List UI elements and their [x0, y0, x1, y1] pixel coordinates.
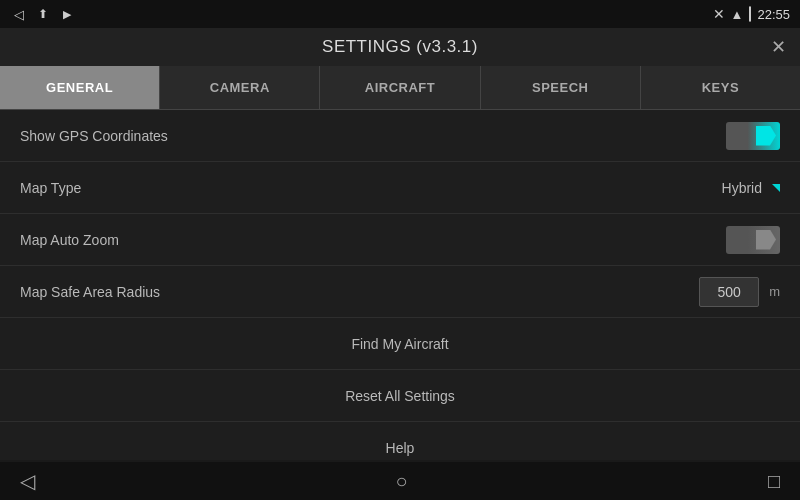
map-safe-area-control: m — [699, 277, 780, 307]
title-bar: SETTINGS (v3.3.1) ✕ — [0, 28, 800, 66]
recent-apps-nav-button[interactable]: □ — [768, 470, 780, 493]
upload-icon: ⬆ — [34, 7, 52, 21]
tab-keys[interactable]: KEYS — [641, 66, 800, 109]
wifi-icon: ▲ — [731, 7, 744, 22]
status-bar: ◁ ⬆ ▶ ✕ ▲ 22:55 — [0, 0, 800, 28]
page-title: SETTINGS (v3.3.1) — [322, 37, 478, 57]
tab-general[interactable]: GENERAL — [0, 66, 160, 109]
tab-bar: GENERAL CAMERA AIRCRAFT SPEECH KEYS — [0, 66, 800, 110]
cross-icon: ✕ — [713, 6, 725, 22]
map-type-label: Map Type — [20, 180, 81, 196]
map-type-value: Hybrid — [722, 180, 762, 196]
reset-all-settings-button[interactable]: Reset All Settings — [0, 370, 800, 422]
map-safe-area-unit: m — [769, 284, 780, 299]
map-safe-area-label: Map Safe Area Radius — [20, 284, 160, 300]
bottom-nav-bar: ◁ ○ □ — [0, 462, 800, 500]
map-auto-zoom-label: Map Auto Zoom — [20, 232, 119, 248]
tab-camera[interactable]: CAMERA — [160, 66, 320, 109]
time-display: 22:55 — [757, 7, 790, 22]
map-auto-zoom-toggle[interactable] — [726, 226, 780, 254]
battery-icon — [749, 7, 751, 21]
map-safe-area-row: Map Safe Area Radius m — [0, 266, 800, 318]
show-gps-row: Show GPS Coordinates — [0, 110, 800, 162]
tab-speech[interactable]: SPEECH — [481, 66, 641, 109]
tab-aircraft[interactable]: AIRCRAFT — [320, 66, 480, 109]
back-arrow-status-icon: ◁ — [10, 7, 28, 21]
home-nav-button[interactable]: ○ — [395, 470, 407, 493]
close-button[interactable]: ✕ — [771, 36, 786, 58]
help-button[interactable]: Help — [0, 422, 800, 460]
status-icons-right: ✕ ▲ 22:55 — [713, 6, 790, 22]
find-my-aircraft-button[interactable]: Find My Aircraft — [0, 318, 800, 370]
toggle-knob-off — [756, 230, 776, 250]
map-auto-zoom-row: Map Auto Zoom — [0, 214, 800, 266]
show-gps-control — [726, 122, 780, 150]
settings-content: Show GPS Coordinates Map Type Hybrid Map… — [0, 110, 800, 460]
status-icons-left: ◁ ⬆ ▶ — [10, 7, 76, 21]
dropdown-arrow-icon — [772, 184, 780, 192]
map-safe-area-input[interactable] — [699, 277, 759, 307]
map-type-control[interactable]: Hybrid — [722, 180, 780, 196]
map-auto-zoom-control — [726, 226, 780, 254]
map-type-row: Map Type Hybrid — [0, 162, 800, 214]
show-gps-toggle[interactable] — [726, 122, 780, 150]
back-nav-button[interactable]: ◁ — [20, 469, 35, 493]
toggle-knob — [756, 126, 776, 146]
show-gps-label: Show GPS Coordinates — [20, 128, 168, 144]
video-icon: ▶ — [58, 7, 76, 21]
